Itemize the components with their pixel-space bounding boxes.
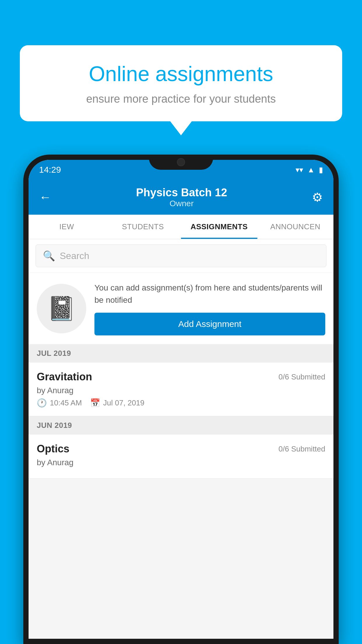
search-bar[interactable]: 🔍 Search xyxy=(36,244,326,267)
assignment-name-optics: Optics xyxy=(37,443,69,455)
assignment-gravitation[interactable]: Gravitation 0/6 Submitted by Anurag 🕐 10… xyxy=(29,363,333,416)
promo-content: You can add assignment(s) from here and … xyxy=(94,282,325,335)
tab-assignments[interactable]: ASSIGNMENTS xyxy=(181,215,257,239)
promo-description: You can add assignment(s) from here and … xyxy=(94,282,325,306)
promo-section: 📓 You can add assignment(s) from here an… xyxy=(29,273,333,344)
bubble-subtitle: ensure more practice for your students xyxy=(37,93,325,105)
bubble-title: Online assignments xyxy=(37,61,325,86)
clock-icon: 🕐 xyxy=(37,398,47,408)
phone-frame: 14:29 ▾▾ ▲ ▮ ← Physics Batch 12 Owner ⚙ … xyxy=(23,155,339,644)
section-jul-2019: JUL 2019 xyxy=(29,344,333,363)
batch-name: Physics Batch 12 xyxy=(136,186,227,199)
assignment-optics[interactable]: Optics 0/6 Submitted by Anurag xyxy=(29,435,333,479)
search-container: 🔍 Search xyxy=(29,239,333,272)
gravitation-time: 🕐 10:45 AM xyxy=(37,398,82,408)
promo-icon-circle: 📓 xyxy=(37,284,86,333)
gravitation-submitted: 0/6 Submitted xyxy=(279,372,325,382)
settings-icon[interactable]: ⚙ xyxy=(312,190,323,204)
gravitation-date: 📅 Jul 07, 2019 xyxy=(90,398,145,408)
notebook-icon: 📓 xyxy=(47,295,76,322)
speech-bubble: Online assignments ensure more practice … xyxy=(20,45,342,121)
tab-overview[interactable]: IEW xyxy=(29,215,105,239)
add-assignment-button[interactable]: Add Assignment xyxy=(94,313,325,335)
optics-top-row: Optics 0/6 Submitted xyxy=(37,443,325,455)
section-jun-2019: JUN 2019 xyxy=(29,416,333,435)
status-time: 14:29 xyxy=(39,165,61,175)
wifi-icon: ▾▾ xyxy=(296,165,303,174)
header-title-block: Physics Batch 12 Owner xyxy=(136,186,227,208)
battery-icon: ▮ xyxy=(319,165,323,174)
search-placeholder: Search xyxy=(60,251,89,261)
search-icon: 🔍 xyxy=(43,250,55,262)
optics-author: by Anurag xyxy=(37,458,325,467)
calendar-icon: 📅 xyxy=(90,398,100,408)
optics-submitted: 0/6 Submitted xyxy=(279,444,325,454)
phone-notch xyxy=(149,155,213,170)
gravitation-time-value: 10:45 AM xyxy=(50,398,82,407)
app-header: ← Physics Batch 12 Owner ⚙ xyxy=(29,180,333,215)
back-button[interactable]: ← xyxy=(39,190,51,204)
assignment-top-row: Gravitation 0/6 Submitted xyxy=(37,371,325,383)
assignment-name-gravitation: Gravitation xyxy=(37,371,92,383)
header-role: Owner xyxy=(136,199,227,208)
gravitation-author: by Anurag xyxy=(37,386,325,395)
tabs-container: IEW STUDENTS ASSIGNMENTS ANNOUNCEN xyxy=(29,215,333,239)
status-icons: ▾▾ ▲ ▮ xyxy=(296,165,323,174)
speech-bubble-container: Online assignments ensure more practice … xyxy=(20,45,342,121)
signal-icon: ▲ xyxy=(307,165,315,174)
gravitation-date-value: Jul 07, 2019 xyxy=(103,398,145,407)
phone-camera xyxy=(177,158,185,166)
tab-announcements[interactable]: ANNOUNCEN xyxy=(257,215,334,239)
phone-screen: 14:29 ▾▾ ▲ ▮ ← Physics Batch 12 Owner ⚙ … xyxy=(29,160,333,639)
gravitation-meta: 🕐 10:45 AM 📅 Jul 07, 2019 xyxy=(37,398,325,408)
tab-students[interactable]: STUDENTS xyxy=(105,215,181,239)
